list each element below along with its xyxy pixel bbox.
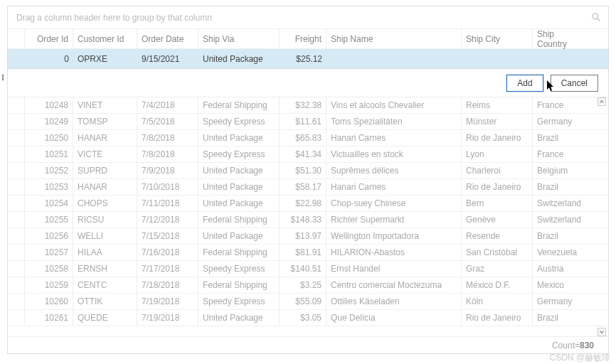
table-row[interactable]: 10251VICTE7/8/2018Speedy Express$41.34Vi… xyxy=(8,146,608,163)
cell-orderdate[interactable]: 7/8/2018 xyxy=(137,130,198,146)
cell-shipname[interactable]: Hanari Carnes xyxy=(326,130,462,146)
table-row[interactable]: 10252SUPRD7/9/2018United Package$51.30Su… xyxy=(8,163,608,179)
cell-shipcity[interactable]: Rio de Janeiro xyxy=(462,130,533,146)
table-row[interactable]: 10249TOMSP7/5/2018Speedy Express$11.61To… xyxy=(8,114,608,130)
cell-freight[interactable]: $3.25 xyxy=(280,277,326,293)
cell-shipcountry[interactable]: Mexico xyxy=(533,277,587,293)
cell-freight[interactable]: $3.05 xyxy=(280,310,326,326)
cell-shipcity[interactable]: Rio de Janeiro xyxy=(462,179,533,195)
cell-shipcountry[interactable]: Germany xyxy=(533,114,587,129)
table-row[interactable]: 10258ERNSH7/17/2018Speedy Express$140.51… xyxy=(8,261,608,277)
cell-shipname[interactable]: Chop-suey Chinese xyxy=(326,196,462,211)
cell-shipname[interactable]: Ernst Handel xyxy=(326,261,462,277)
cell-shipcountry[interactable]: Brazil xyxy=(533,179,587,195)
cell-freight[interactable]: $51.30 xyxy=(280,163,326,178)
cell-shipname[interactable]: Toms Spezialitäten xyxy=(326,114,462,129)
new-row-orderid[interactable]: 0 xyxy=(25,49,73,68)
cell-shipvia[interactable]: United Package xyxy=(198,228,280,244)
cell-freight[interactable]: $41.34 xyxy=(280,146,326,162)
cell-shipvia[interactable]: United Package xyxy=(198,179,280,195)
cell-freight[interactable]: $81.91 xyxy=(280,245,326,260)
cell-freight[interactable]: $55.09 xyxy=(280,294,326,309)
new-row-shipvia[interactable]: United Package xyxy=(198,49,280,68)
cell-shipcity[interactable]: México D.F. xyxy=(462,277,533,293)
cell-orderid[interactable]: 10256 xyxy=(25,228,73,244)
cell-shipcountry[interactable]: Brazil xyxy=(533,130,587,146)
table-row[interactable]: 10255RICSU7/12/2018Federal Shipping$148.… xyxy=(8,212,608,228)
cell-customerid[interactable]: ERNSH xyxy=(73,261,137,277)
cell-freight[interactable]: $32.38 xyxy=(280,97,326,113)
cell-shipcity[interactable]: Resende xyxy=(462,228,533,244)
cell-shipcountry[interactable]: Germany xyxy=(533,294,587,309)
cell-customerid[interactable]: CENTC xyxy=(73,277,137,293)
cell-shipcity[interactable]: Graz xyxy=(462,261,533,277)
group-panel[interactable]: Drag a column header here to group by th… xyxy=(8,6,608,29)
cell-orderid[interactable]: 10261 xyxy=(25,310,73,326)
cell-orderdate[interactable]: 7/19/2018 xyxy=(137,310,198,326)
table-row[interactable]: 10253HANAR7/10/2018United Package$58.17H… xyxy=(8,179,608,196)
cell-orderdate[interactable]: 7/17/2018 xyxy=(137,261,198,277)
new-row-shipcity[interactable] xyxy=(462,49,533,68)
cell-customerid[interactable]: HANAR xyxy=(73,179,137,195)
cell-orderdate[interactable]: 7/5/2018 xyxy=(137,114,198,129)
cell-shipcity[interactable]: San Cristóbal xyxy=(462,245,533,260)
cell-shipname[interactable]: Vins et alcools Chevalier xyxy=(326,97,462,113)
table-row[interactable]: 10261QUEDE7/19/2018United Package$3.05Qu… xyxy=(8,310,608,326)
cell-shipname[interactable]: Wellington Importadora xyxy=(326,228,462,244)
column-header-orderdate[interactable]: Order Date xyxy=(137,29,198,48)
cell-shipname[interactable]: Richter Supermarkt xyxy=(326,212,462,228)
cell-shipname[interactable]: HILARION-Abastos xyxy=(326,245,462,260)
cell-shipcountry[interactable]: Belgium xyxy=(533,163,587,178)
table-row[interactable]: 10250HANAR7/8/2018United Package$65.83Ha… xyxy=(8,130,608,146)
cell-shipcity[interactable]: Charleroi xyxy=(462,163,533,178)
cell-orderid[interactable]: 10252 xyxy=(25,163,73,178)
cell-shipcountry[interactable]: Venezuela xyxy=(533,245,587,260)
column-header-freight[interactable]: Freight xyxy=(280,29,326,48)
cell-customerid[interactable]: CHOPS xyxy=(73,196,137,211)
cell-shipcity[interactable]: Köln xyxy=(462,294,533,309)
cell-orderdate[interactable]: 7/9/2018 xyxy=(137,163,198,178)
cell-shipcountry[interactable]: Austria xyxy=(533,261,587,277)
cell-shipcity[interactable]: Münster xyxy=(462,114,533,129)
cell-shipvia[interactable]: Federal Shipping xyxy=(198,212,280,228)
add-button[interactable]: Add xyxy=(506,75,543,92)
cell-shipvia[interactable]: Federal Shipping xyxy=(198,245,280,260)
table-row[interactable]: 10260OTTIK7/19/2018Speedy Express$55.09O… xyxy=(8,294,608,310)
cell-freight[interactable]: $65.83 xyxy=(280,130,326,146)
cell-orderid[interactable]: 10255 xyxy=(25,212,73,228)
cell-shipcity[interactable]: Rio de Janeiro xyxy=(462,310,533,326)
cell-freight[interactable]: $22.98 xyxy=(280,196,326,211)
cell-shipcity[interactable]: Lyon xyxy=(462,146,533,162)
cell-shipvia[interactable]: Federal Shipping xyxy=(198,97,280,113)
cell-shipvia[interactable]: Speedy Express xyxy=(198,146,280,162)
cell-shipcountry[interactable]: Brazil xyxy=(533,228,587,244)
cell-shipvia[interactable]: United Package xyxy=(198,310,280,326)
column-header-shipvia[interactable]: Ship Via xyxy=(198,29,280,48)
cell-customerid[interactable]: TOMSP xyxy=(73,114,137,129)
cell-shipcity[interactable]: Genève xyxy=(462,212,533,228)
search-icon[interactable] xyxy=(591,12,601,24)
cell-shipvia[interactable]: Speedy Express xyxy=(198,294,280,309)
table-row[interactable]: 10256WELLI7/15/2018United Package$13.97W… xyxy=(8,228,608,245)
column-header-shipcountry[interactable]: Ship Country xyxy=(533,29,587,48)
table-row[interactable]: 10259CENTC7/18/2018Federal Shipping$3.25… xyxy=(8,277,608,294)
cell-shipname[interactable]: Ottilies Käseladen xyxy=(326,294,462,309)
cancel-button[interactable]: Cancel xyxy=(551,75,598,92)
cell-freight[interactable]: $148.33 xyxy=(280,212,326,228)
cell-shipcountry[interactable]: Switzerland xyxy=(533,196,587,211)
cell-shipname[interactable]: Suprêmes délices xyxy=(326,163,462,178)
column-header-shipcity[interactable]: Ship City xyxy=(462,29,533,48)
vertical-scrollbar[interactable] xyxy=(597,97,607,336)
new-row-shipcountry[interactable] xyxy=(533,49,587,68)
new-row-shipname[interactable] xyxy=(326,49,462,68)
cell-customerid[interactable]: RICSU xyxy=(73,212,137,228)
cell-shipname[interactable]: Que Delícia xyxy=(326,310,462,326)
cell-shipname[interactable]: Centro comercial Moctezuma xyxy=(326,277,462,293)
cell-shipvia[interactable]: Federal Shipping xyxy=(198,277,280,293)
new-item-row[interactable]: 0 OPRXE 9/15/2021 United Package $25.12 xyxy=(8,49,608,69)
table-row[interactable]: 10248VINET7/4/2018Federal Shipping$32.38… xyxy=(8,97,608,114)
cell-orderdate[interactable]: 7/15/2018 xyxy=(137,228,198,244)
cell-shipvia[interactable]: United Package xyxy=(198,130,280,146)
cell-freight[interactable]: $13.97 xyxy=(280,228,326,244)
cell-customerid[interactable]: HILAA xyxy=(73,245,137,260)
